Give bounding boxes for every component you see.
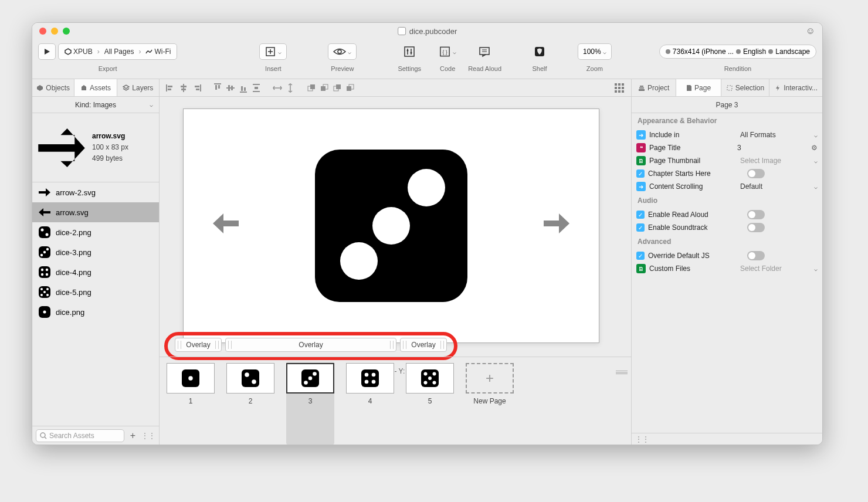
- svg-rect-43: [196, 89, 199, 90]
- svg-rect-46: [218, 85, 220, 89]
- feedback-icon[interactable]: ☺: [806, 26, 815, 36]
- tab-layers[interactable]: Layers: [117, 79, 159, 96]
- grid-view-icon[interactable]: [613, 82, 625, 94]
- tab-project[interactable]: Project: [632, 79, 676, 96]
- rendition-selector[interactable]: 736x414 (iPhone ... English Landscape: [659, 45, 816, 59]
- page-thumb-2[interactable]: 2: [226, 363, 274, 445]
- overlay-item[interactable]: Overlay: [400, 338, 447, 352]
- checkbox-icon[interactable]: ✓: [636, 223, 645, 232]
- prop-override-js[interactable]: ✓ Override Default JS: [632, 249, 822, 262]
- artboard[interactable]: [183, 108, 599, 343]
- zoom-dropdown[interactable]: 100%⌵: [578, 43, 612, 60]
- svg-rect-37: [168, 89, 171, 90]
- page-thumb-1[interactable]: 1: [167, 363, 215, 445]
- arrange-backward-icon[interactable]: [332, 83, 343, 93]
- prev-page-arrow[interactable]: [213, 212, 239, 240]
- prop-page-title[interactable]: ❝ Page Title 3 ⚙: [632, 141, 822, 154]
- toggle-switch[interactable]: [747, 169, 765, 178]
- toggle-switch[interactable]: [747, 251, 765, 260]
- toggle-switch[interactable]: [747, 210, 765, 219]
- asset-item[interactable]: dice.png: [32, 302, 159, 322]
- add-asset-button[interactable]: +: [128, 430, 138, 441]
- shelf-button[interactable]: [531, 43, 548, 60]
- prop-page-thumbnail[interactable]: 🗎 Page Thumbnail Select Image ⌵: [632, 154, 822, 167]
- svg-point-31: [46, 294, 49, 296]
- toggle-switch[interactable]: [747, 223, 765, 232]
- close-window-button[interactable]: [39, 28, 46, 35]
- arrange-back-icon[interactable]: [345, 83, 355, 93]
- quote-icon: ❝: [636, 143, 646, 152]
- svg-point-91: [428, 376, 432, 380]
- arrange-forward-icon[interactable]: [319, 83, 330, 93]
- search-assets-input[interactable]: Search Assets: [36, 429, 124, 442]
- shelf-label: Shelf: [532, 65, 547, 72]
- dice-graphic[interactable]: [312, 147, 470, 305]
- prop-content-scrolling[interactable]: ➜ Content Scrolling Default ⌵: [632, 180, 822, 193]
- prop-enable-soundtrack[interactable]: ✓ Enable Soundtrack: [632, 221, 822, 234]
- prop-include-in[interactable]: ➜ Include in All Formats ⌵: [632, 128, 822, 141]
- svg-line-34: [45, 437, 46, 439]
- checkbox-icon[interactable]: ✓: [636, 252, 645, 260]
- svg-point-92: [424, 381, 428, 385]
- gear-icon[interactable]: ⚙: [811, 144, 818, 152]
- align-center-h-icon[interactable]: [178, 83, 189, 93]
- asset-item[interactable]: dice-4.png: [32, 262, 159, 282]
- play-button[interactable]: [38, 43, 56, 60]
- dice5-icon: [38, 286, 51, 299]
- asset-item[interactable]: dice-2.png: [32, 222, 159, 242]
- asset-item[interactable]: dice-5.png: [32, 282, 159, 302]
- arrow-right-icon: [38, 186, 51, 199]
- page-thumb-4[interactable]: 4: [346, 363, 394, 445]
- panel-resize-grip[interactable]: ⋮⋮: [635, 435, 649, 443]
- insert-label: Insert: [265, 65, 282, 72]
- next-page-arrow[interactable]: [544, 212, 569, 240]
- svg-point-89: [424, 372, 428, 376]
- overlay-item[interactable]: Overlay: [225, 338, 396, 352]
- preview-button[interactable]: ⌵: [328, 43, 357, 60]
- align-middle-icon[interactable]: [225, 83, 236, 93]
- panel-resize-grip[interactable]: ⋮⋮: [141, 432, 155, 440]
- settings-button[interactable]: [401, 43, 418, 60]
- page-thumb-5[interactable]: 5: [406, 363, 454, 445]
- canvas-area[interactable]: X: 644 - Y: 305 Overlay Overlay Overlay: [160, 97, 631, 445]
- insert-button[interactable]: ⌵: [259, 43, 287, 60]
- checkbox-icon[interactable]: ✓: [636, 211, 645, 219]
- maximize-window-button[interactable]: [63, 28, 70, 35]
- asset-item[interactable]: dice-3.png: [32, 242, 159, 262]
- tab-selection[interactable]: Selection: [721, 79, 769, 96]
- svg-point-79: [188, 376, 193, 381]
- export-breadcrumb[interactable]: XPUB › All Pages › Wi-Fi: [58, 43, 177, 60]
- align-right-icon[interactable]: [191, 83, 202, 93]
- prop-custom-files[interactable]: 🗎 Custom Files Select Folder ⌵: [632, 262, 822, 275]
- tab-page[interactable]: Page: [676, 79, 721, 96]
- svg-rect-95: [639, 87, 644, 89]
- asset-item[interactable]: arrow-2.svg: [32, 182, 159, 202]
- align-bottom-icon[interactable]: [238, 83, 249, 93]
- overlay-item[interactable]: Overlay: [175, 338, 222, 352]
- align-left-icon[interactable]: [165, 83, 176, 93]
- svg-rect-40: [181, 89, 186, 90]
- svg-point-77: [372, 207, 410, 245]
- tab-objects[interactable]: Objects: [32, 79, 74, 96]
- distribute-v-icon[interactable]: [251, 83, 262, 93]
- spacing-h-icon[interactable]: [272, 83, 283, 93]
- page-icon: [686, 84, 692, 91]
- prop-chapter-starts[interactable]: ✓ Chapter Starts Here: [632, 167, 822, 180]
- checkbox-icon[interactable]: ✓: [636, 169, 645, 178]
- svg-rect-55: [255, 87, 258, 89]
- arrange-front-icon[interactable]: [306, 83, 317, 93]
- spacing-v-icon[interactable]: [285, 83, 296, 93]
- kind-dropdown[interactable]: Kind: Images⌵: [32, 97, 159, 113]
- align-top-icon[interactable]: [212, 83, 223, 93]
- tab-interactivity[interactable]: Interactiv...: [769, 79, 822, 96]
- settings-label: Settings: [398, 65, 421, 72]
- prop-enable-read-aloud[interactable]: ✓ Enable Read Aloud: [632, 208, 822, 221]
- asset-item[interactable]: arrow.svg: [32, 202, 159, 222]
- read-aloud-button[interactable]: [476, 43, 494, 60]
- code-button[interactable]: { } ⌵: [439, 43, 456, 60]
- page-thumb-3[interactable]: 3: [286, 362, 334, 445]
- read-aloud-label: Read Aloud: [468, 65, 501, 72]
- tab-assets[interactable]: Assets: [74, 79, 117, 96]
- minimize-window-button[interactable]: [51, 28, 58, 35]
- new-page-button[interactable]: + New Page: [466, 363, 514, 445]
